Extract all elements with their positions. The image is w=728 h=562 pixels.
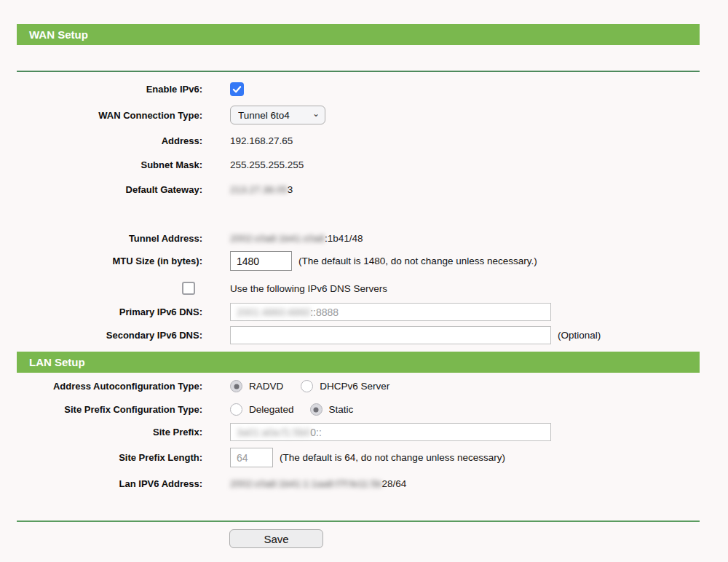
tunnel-address-redacted: 2002:c0a8:1b41:c0a8 [230,233,325,244]
address-value: 192.168.27.65 [230,135,293,146]
subnet-mask-value: 255.255.255.255 [230,159,304,170]
secondary-dns-label: Secondary IPv6 DNS: [17,330,202,341]
lan-setup-title: LAN Setup [29,356,85,368]
default-gateway-visible: 3 [288,184,293,195]
checkmark-icon [232,84,242,94]
default-gateway-value: 213.27.38.053 [230,184,293,195]
radvd-radio-label[interactable]: RADVD [249,381,283,392]
bottom-divider [17,521,700,522]
delegated-radio[interactable] [230,403,242,416]
tunnel-address-value: 2002:c0a8:1b41:c0a8:1b41/48 [230,233,363,244]
site-prefix-visible: 0:: [310,427,322,438]
autoconfig-type-row: Address Autoconfiguration Type: RADVD DH… [17,379,700,393]
secondary-dns-note: (Optional) [558,330,601,341]
site-prefix-length-row: Site Prefix Length: (The default is 64, … [17,448,700,467]
subnet-mask-label: Subnet Mask: [17,159,202,170]
dhcpv6-server-radio-label[interactable]: DHCPv6 Server [320,381,389,392]
wan-setup-section-header: WAN Setup [17,24,700,45]
use-dns-servers-checkbox[interactable] [182,282,195,295]
wan-setup-page: WAN Setup Enable IPv6: WAN Connection Ty… [0,0,728,562]
site-prefix-length-note: (The default is 64, do not change unless… [280,452,505,463]
tunnel-address-visible: :1b41/48 [325,233,363,244]
delegated-radio-label[interactable]: Delegated [249,404,294,415]
lan-ipv6-redacted: 2002:c0a8:1b41:1:1aa8:f7f:fe11:5b [230,478,381,489]
default-gateway-label: Default Gateway: [17,184,202,195]
lan-ipv6-address-label: Lan IPV6 Address: [17,478,202,489]
tunnel-address-row: Tunnel Address: 2002:c0a8:1b41:c0a8:1b41… [17,231,700,245]
address-label: Address: [17,135,202,146]
lan-ipv6-visible: 28/64 [381,478,406,489]
primary-dns-visible: ::8888 [310,306,339,318]
primary-dns-label: Primary IPv6 DNS: [17,306,202,317]
autoconfig-type-label: Address Autoconfiguration Type: [17,381,202,392]
primary-dns-input[interactable]: 2001:4860:4860::8888 [230,303,551,321]
mtu-size-label: MTU Size (in bytes): [17,256,202,266]
site-prefix-length-label: Site Prefix Length: [17,452,202,463]
use-dns-servers-label: Use the following IPv6 DNS Servers [230,283,387,294]
mtu-size-note: (The default is 1480, do not change unle… [298,256,537,266]
static-radio-label[interactable]: Static [329,404,354,415]
tunnel-address-label: Tunnel Address: [17,233,202,244]
default-gateway-row: Default Gateway: 213.27.38.053 [17,183,700,196]
wan-setup-title: WAN Setup [29,28,88,41]
primary-dns-redacted: 2001:4860:4860 [237,306,310,318]
enable-ipv6-label: Enable IPv6: [17,84,202,95]
wan-connection-type-select[interactable]: Tunnel 6to4 [230,106,325,124]
enable-ipv6-checkbox[interactable] [230,82,244,96]
secondary-dns-input[interactable] [230,326,551,344]
wan-connection-type-row: WAN Connection Type: Tunnel 6to4 ⌄ [17,106,700,124]
mtu-size-row: MTU Size (in bytes): (The default is 148… [17,251,700,271]
save-button[interactable]: Save [229,529,323,548]
lan-setup-section-header: LAN Setup [17,352,700,373]
site-prefix-redacted: 3a01:a0a:f1:5b0 [237,427,310,438]
prefix-config-type-label: Site Prefix Configuration Type: [17,404,202,415]
wan-connection-type-label: WAN Connection Type: [17,110,202,121]
site-prefix-row: Site Prefix: 3a01:a0a:f1:5b00:: [17,423,700,441]
wan-top-divider [17,71,700,72]
secondary-dns-row: Secondary IPv6 DNS: (Optional) [17,326,700,344]
lan-ipv6-address-row: Lan IPV6 Address: 2002:c0a8:1b41:1:1aa8:… [17,477,700,490]
site-prefix-input[interactable]: 3a01:a0a:f1:5b00:: [230,423,551,441]
site-prefix-label: Site Prefix: [17,427,202,438]
mtu-size-input[interactable] [230,251,292,271]
prefix-config-type-row: Site Prefix Configuration Type: Delegate… [17,403,700,416]
enable-ipv6-row: Enable IPv6: [17,80,700,98]
lan-ipv6-address-value: 2002:c0a8:1b41:1:1aa8:f7f:fe11:5b28/64 [230,478,406,489]
radvd-radio[interactable] [230,380,242,392]
default-gateway-redacted: 213.27.38.05 [230,184,288,195]
primary-dns-row: Primary IPv6 DNS: 2001:4860:4860::8888 [17,303,700,321]
address-row: Address: 192.168.27.65 [17,134,700,147]
dns-servers-toggle-row: Use the following IPv6 DNS Servers [17,281,700,296]
site-prefix-length-input[interactable] [230,448,273,467]
dhcpv6-server-radio[interactable] [301,380,313,392]
subnet-mask-row: Subnet Mask: 255.255.255.255 [17,158,700,171]
static-radio[interactable] [310,403,323,416]
